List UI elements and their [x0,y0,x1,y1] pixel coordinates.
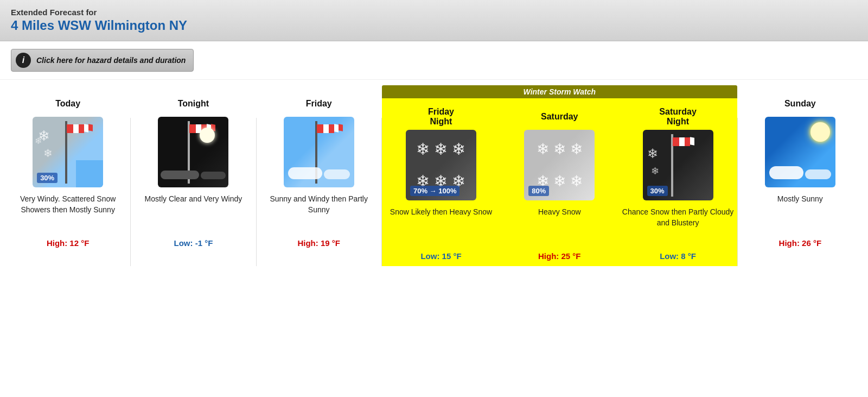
forecast-wrapper: Today ❄ ❄ ❄ 30% Very [0,80,868,282]
weather-img-sunday [765,117,835,187]
storm-watch-bar: Winter Storm Watch [382,85,737,98]
desc-saturday: Heavy Snow [538,205,581,248]
hazard-bar: i Click here for hazard details and dura… [0,41,868,80]
day-label-saturday: Saturday [541,104,578,130]
header-title: 4 Miles WSW Wilmington NY [11,18,857,33]
sun-icon [810,122,830,142]
info-icon: i [16,53,31,68]
forecast-col-saturday: Saturday ❄ ❄ ❄ ❄ ❄ ❄ 80% Heavy Snow [500,98,618,266]
desc-friday: Sunny and Windy then Partly Sunny [260,192,378,235]
storm-cols: FridayNight ❄ ❄ ❄ ❄ ❄ ❄ 70% → 100% Snow … [382,98,737,266]
forecast-col-saturday-night: SaturdayNight ❄ ❄ 30% [618,98,737,266]
desc-tonight: Mostly Clear and Very Windy [145,192,242,235]
precip-saturday-night: 30% [647,186,668,196]
temp-friday: High: 19 °F [297,238,340,248]
temp-saturday: High: 25 °F [538,251,581,261]
temp-today: High: 12 °F [47,238,90,248]
header: Extended Forecast for 4 Miles WSW Wilmin… [0,0,868,41]
day-label-saturday-night: SaturdayNight [659,104,696,130]
weather-img-today: ❄ ❄ ❄ 30% [33,117,103,187]
moon-icon [200,128,215,143]
forecast-col-sunday: Sunday Mostly Sunny High: 26 °F [738,85,863,253]
day-label-today: Today [55,91,80,117]
day-label-tonight: Tonight [178,91,209,117]
forecast-col-friday: Friday Sunny and Windy then Partly Sunny [257,85,381,253]
day-label-friday-night: FridayNight [428,104,454,130]
forecast-col-today: Today ❄ ❄ ❄ 30% Very [5,85,130,253]
precip-saturday: 80% [528,186,549,196]
temp-tonight: Low: -1 °F [174,238,213,248]
desc-sunday: Mostly Sunny [777,192,823,235]
temp-sunday: High: 26 °F [779,238,822,248]
forecast-grid: Today ❄ ❄ ❄ 30% Very [5,85,863,266]
forecast-col-tonight: Tonight Mostly Clear a [131,85,256,253]
header-subtitle: Extended Forecast for [11,8,857,17]
weather-img-friday-night: ❄ ❄ ❄ ❄ ❄ ❄ 70% → 100% [406,130,476,200]
precip-friday-night: 70% → 100% [410,186,460,196]
desc-today: Very Windy. Scattered Snow Showers then … [9,192,127,235]
weather-img-saturday-night: ❄ ❄ 30% [643,130,713,200]
weather-img-tonight [158,117,228,187]
forecast-col-friday-night: FridayNight ❄ ❄ ❄ ❄ ❄ ❄ 70% → 100% Snow … [382,98,500,266]
hazard-text: Click here for hazard details and durati… [36,56,186,65]
weather-img-friday [284,117,354,187]
precip-today: 30% [37,173,58,183]
day-label-sunday: Sunday [784,91,816,117]
day-label-friday: Friday [306,91,332,117]
storm-watch-group: Winter Storm Watch FridayNight ❄ ❄ ❄ ❄ ❄… [382,85,737,266]
desc-friday-night: Snow Likely then Heavy Snow [390,205,492,248]
desc-saturday-night: Chance Snow then Partly Cloudy and Blust… [622,205,733,248]
temp-saturday-night: Low: 8 °F [660,251,696,261]
hazard-button[interactable]: i Click here for hazard details and dura… [11,49,194,72]
weather-img-saturday: ❄ ❄ ❄ ❄ ❄ ❄ 80% [524,130,595,200]
temp-friday-night: Low: 15 °F [420,251,461,261]
